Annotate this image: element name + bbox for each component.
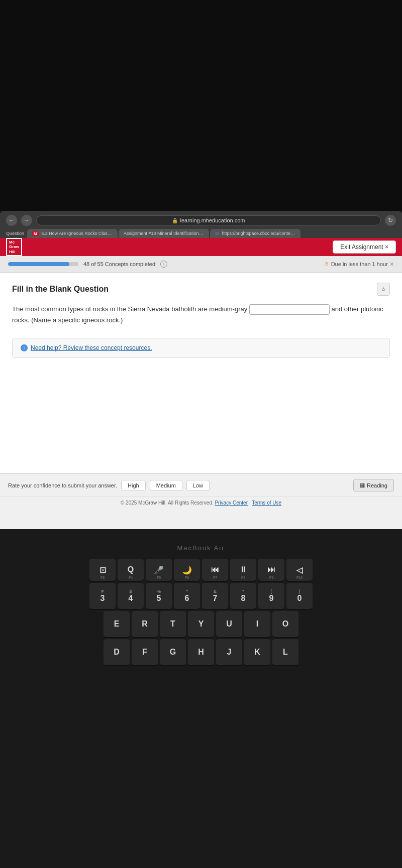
exit-assignment-button[interactable]: Exit Assignment ×: [333, 240, 396, 254]
bottom-bar: Rate your confidence to submit your answ…: [0, 473, 402, 497]
key-f[interactable]: F: [132, 639, 158, 665]
key-9[interactable]: ( 9: [258, 583, 284, 609]
key-y[interactable]: Y: [188, 611, 214, 637]
key-4[interactable]: $ 4: [118, 583, 144, 609]
tab-igneous[interactable]: M 5.2 How Are Igneous Rocks Classified?: [27, 229, 118, 238]
need-help-section: i Need help? Review these concept resour…: [12, 338, 390, 358]
forward-button[interactable]: →: [21, 215, 32, 226]
key-l[interactable]: L: [272, 639, 298, 665]
reading-icon: ▦: [360, 482, 365, 488]
key-f7[interactable]: ⏮ F7: [202, 559, 228, 581]
close-due-button[interactable]: ×: [390, 260, 394, 268]
letter-row-1: E R T Y U I O: [104, 611, 298, 637]
tab-igneous-label: 5.2 How Are Igneous Rocks Classified?: [41, 231, 118, 236]
macbook-label: MacBook Air: [177, 544, 225, 552]
exit-assignment-label: Exit Assignment ×: [340, 243, 388, 251]
terms-of-use-link[interactable]: Terms of Use: [252, 500, 281, 506]
question-body: The most common types of rocks in the Si…: [12, 304, 390, 326]
question-label: Question: [6, 231, 24, 238]
copyright-text: © 2025 McGraw Hill. All Rights Reserved.: [121, 500, 214, 506]
key-7[interactable]: & 7: [202, 583, 228, 609]
need-help-link[interactable]: Need help? Review these concept resource…: [31, 344, 152, 351]
content-spacer: [12, 358, 390, 458]
due-text: Due in less than 1 hour: [331, 261, 388, 267]
webpage-content: Mc Graw Hill Exit Assignment × 48 of 55 …: [0, 238, 402, 529]
progress-text: 48 of 55 Concepts completed: [83, 261, 155, 267]
key-g[interactable]: G: [160, 639, 186, 665]
mgh-logo: Mc Graw Hill: [6, 238, 22, 257]
reading-button[interactable]: ▦ Reading: [353, 479, 394, 491]
fn-key-row: ⊡ F3 Q F4 🎤 F5 🌙 F6 ⏮ F7 ⏸ F8 ⏭ F9 ◁ F: [89, 559, 313, 581]
due-warning-icon: ⏱: [324, 262, 329, 267]
key-0[interactable]: ) 0: [286, 583, 313, 609]
tab-m-icon: M: [32, 231, 39, 236]
tab-assignment-label: Assignment #18 Mineral Identification (4…: [124, 231, 208, 236]
privacy-center-link[interactable]: Privacy Center: [215, 500, 248, 506]
key-f9[interactable]: ⏭ F9: [258, 559, 284, 581]
confidence-label: Rate your confidence to submit your answ…: [8, 482, 117, 488]
low-confidence-button[interactable]: Low: [186, 480, 210, 491]
refresh-button[interactable]: ↻: [385, 215, 396, 226]
key-8[interactable]: * 8: [230, 583, 256, 609]
fill-blank-input[interactable]: [249, 304, 330, 315]
tab-ext-icon: ⊙: [215, 231, 219, 236]
key-j[interactable]: J: [216, 639, 242, 665]
confidence-section: Rate your confidence to submit your answ…: [8, 480, 210, 491]
key-d[interactable]: D: [104, 639, 130, 665]
key-5[interactable]: % 5: [146, 583, 172, 609]
question-text-before: The most common types of rocks in the Si…: [12, 305, 249, 313]
reading-label: Reading: [367, 482, 387, 488]
high-confidence-button[interactable]: High: [121, 480, 146, 491]
keyboard-area: MacBook Air ⊡ F3 Q F4 🎤 F5 🌙 F6 ⏮ F7 ⏸ F…: [0, 529, 402, 685]
due-label: ⏱ Due in less than 1 hour ×: [324, 260, 394, 268]
key-f5[interactable]: 🎤 F5: [146, 559, 172, 581]
tab-brightspace-label: https://brightspace.cbcc.edu/content/ent…: [222, 231, 300, 236]
key-3[interactable]: # 3: [89, 583, 116, 609]
key-f10[interactable]: ◁ F10: [286, 559, 313, 581]
key-u[interactable]: U: [216, 611, 242, 637]
progress-bar-area: 48 of 55 Concepts completed i ⏱ Due in l…: [0, 256, 402, 273]
question-type-label: Fill in the Blank Question: [12, 285, 109, 294]
back-button[interactable]: ←: [6, 215, 17, 226]
need-help-icon: i: [21, 344, 28, 351]
letter-row-2: D F G H J K L: [104, 639, 298, 665]
tab-brightspace[interactable]: ⊙ https://brightspace.cbcc.edu/content/e…: [210, 229, 300, 238]
key-h[interactable]: H: [188, 639, 214, 665]
medium-confidence-button[interactable]: Medium: [150, 480, 182, 491]
key-6[interactable]: ^ 6: [174, 583, 200, 609]
key-o[interactable]: O: [272, 611, 298, 637]
progress-info-icon[interactable]: i: [160, 261, 167, 268]
question-type-header: Fill in the Blank Question ☆: [12, 283, 390, 296]
number-key-row: # 3 $ 4 % 5 ^ 6 & 7 * 8 ( 9 ) 0: [89, 583, 313, 609]
need-help-text: i Need help? Review these concept resour…: [21, 344, 381, 351]
footer-copyright: © 2025 McGraw Hill. All Rights Reserved.…: [0, 497, 402, 509]
progress-track: [8, 262, 78, 266]
key-r[interactable]: R: [132, 611, 158, 637]
key-t[interactable]: T: [160, 611, 186, 637]
tab-assignment[interactable]: Assignment #18 Mineral Identification (4…: [119, 229, 209, 238]
key-e[interactable]: E: [104, 611, 130, 637]
bookmark-button[interactable]: ☆: [377, 283, 390, 296]
key-f4[interactable]: Q F4: [118, 559, 144, 581]
key-f6[interactable]: 🌙 F6: [174, 559, 200, 581]
mgh-topbar: Mc Graw Hill Exit Assignment ×: [0, 238, 402, 256]
question-content: Fill in the Blank Question ☆ The most co…: [0, 273, 402, 473]
url-text: learning.mheducation.com: [180, 217, 245, 223]
key-f3[interactable]: ⊡ F3: [89, 559, 116, 581]
key-f8[interactable]: ⏸ F8: [230, 559, 256, 581]
key-k[interactable]: K: [244, 639, 270, 665]
progress-fill: [8, 262, 69, 266]
address-bar[interactable]: 🔒 learning.mheducation.com: [36, 215, 381, 225]
key-i[interactable]: I: [244, 611, 270, 637]
